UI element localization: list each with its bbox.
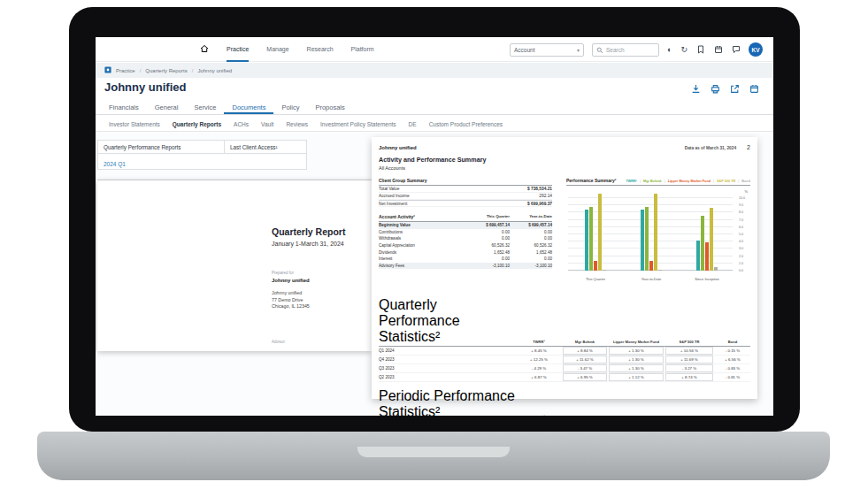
- row-label: Q2 2023: [379, 375, 515, 379]
- subtab-reviews[interactable]: Reviews: [280, 121, 314, 127]
- legend-separator: |: [738, 180, 739, 183]
- stats-row-q4-2023: Q4 2023+ 12.25 %+ 11.62 %+ 1.30 %+ 11.69…: [379, 356, 750, 364]
- breadcrumb-item-quarterly-reports[interactable]: Quarterly Reports: [145, 68, 187, 73]
- column-this-quarter: This Quarter: [467, 214, 510, 219]
- column-header-reports: Quarterly Performance Reports: [98, 141, 225, 153]
- column-year-to-date: Year-to-Date: [510, 214, 552, 219]
- account-activity-row: Withdrawals0.000.00: [379, 235, 552, 242]
- data-as-of: Data as of March 31, 2024: [685, 146, 736, 150]
- search-input[interactable]: [606, 47, 657, 53]
- stats-column-lipper-money-market-fund: Lipper Money Market Fund: [609, 340, 664, 345]
- row-label: Contributions: [379, 230, 467, 234]
- stat-value: + 8.84 %: [563, 347, 607, 355]
- stat-value: + 1.30 %: [609, 364, 664, 372]
- legend-s-p-500-tr: S&P 500 TR: [717, 180, 735, 183]
- contrast-icon[interactable]: ◐: [667, 46, 672, 54]
- stats-column-s-p-500-tr: S&P 500 TR: [665, 340, 713, 345]
- report-client-name: Johnny unified: [379, 145, 685, 150]
- stats-row-q3-2023: Q3 2023- 4.29 %- 3.47 %+ 1.30 %- 3.27 %-…: [379, 364, 750, 373]
- brand-icon: [104, 66, 111, 74]
- value-year-to-date: 1,652.48: [510, 250, 552, 255]
- account-activity-row: Contributions0.000.00: [379, 229, 552, 236]
- chart-legend: TWRR¹|Mgr Bchmk|Lipper Money Market Fund…: [619, 180, 750, 183]
- account-dropdown[interactable]: Account ▾: [510, 43, 584, 57]
- bar-group-this-quarter: [585, 194, 606, 271]
- subtab-de[interactable]: DE: [403, 121, 423, 127]
- bar-twrr: [696, 241, 700, 271]
- quarterly-stats-body: Q1 2024+ 8.45 %+ 8.84 %+ 1.30 %+ 10.56 %…: [379, 347, 750, 382]
- stat-value: + 6.87 %: [517, 374, 561, 380]
- print-icon[interactable]: [711, 84, 720, 94]
- account-activity-row: Dividends1,652.481,652.48: [379, 249, 552, 256]
- subtab-investment-policy-statements[interactable]: Investment Policy Statements: [314, 121, 403, 127]
- page: { "topnav": { "items": ["Practice", "Man…: [0, 0, 868, 482]
- bar-s-p-500-tr: [710, 208, 713, 271]
- stat-value: - 3.47 %: [563, 364, 607, 372]
- tab-proposals[interactable]: Proposals: [307, 100, 352, 114]
- value-this-quarter: $ 699,457.14: [467, 223, 510, 227]
- row-label: Q4 2023: [379, 357, 515, 362]
- chat-icon[interactable]: [732, 42, 741, 57]
- tab-policy[interactable]: Policy: [273, 100, 307, 114]
- page-number: 2: [747, 144, 750, 150]
- client-group-summary-title: Client Group Summary: [379, 178, 552, 186]
- nav-item-manage[interactable]: Manage: [266, 37, 288, 62]
- search-box[interactable]: [592, 43, 659, 57]
- stat-value: + 1.12 %: [609, 373, 664, 381]
- bar-lipper-money-market-fund: [649, 261, 653, 271]
- chart-y-axis: 0.01.02.03.04.05.06.07.08.09.010.0: [734, 193, 750, 271]
- table-body: 2024 Q1: [98, 154, 306, 169]
- y-tick-label: 8.0: [739, 210, 743, 214]
- chart-plot-area: [568, 193, 733, 271]
- value-this-quarter: 0.00: [467, 230, 510, 234]
- subtab-achs[interactable]: ACHs: [227, 121, 255, 127]
- subtab-custom-product-preferences[interactable]: Custom Product Preferences: [423, 121, 509, 127]
- report-cell: 2024 Q1: [98, 154, 225, 170]
- report-cover-page: Quarterly Report January 1-March 31, 202…: [97, 180, 372, 351]
- summary-report-page: Johnny unified Data as of March 31, 2024…: [372, 137, 757, 399]
- subtab-investor-statements[interactable]: Investor Statements: [103, 121, 166, 127]
- value-this-quarter: 60,526.32: [467, 243, 510, 248]
- stats-column-mgr-bchmk: Mgr Bchmk: [563, 340, 607, 345]
- calendar-icon[interactable]: [714, 42, 723, 57]
- nav-item-platform[interactable]: Platform: [351, 37, 374, 62]
- bar-s-p-500-tr: [654, 194, 657, 271]
- quarterly-reports-table: Quarterly Performance Reports Last Clien…: [97, 140, 307, 170]
- row-label: Advisory Fees: [379, 264, 467, 268]
- export-icon[interactable]: [730, 84, 740, 94]
- subtab-quarterly-reports[interactable]: Quarterly Reports: [166, 121, 227, 127]
- refresh-icon[interactable]: ↻: [680, 46, 687, 54]
- stat-value: + 8.74 %: [665, 373, 713, 381]
- row-label: Withdrawals: [379, 236, 467, 241]
- nav-item-research[interactable]: Research: [307, 37, 334, 62]
- y-tick-label: 5.0: [739, 233, 743, 236]
- tab-documents[interactable]: Documents: [224, 100, 273, 114]
- tab-general[interactable]: General: [147, 100, 187, 114]
- bar-twrr: [585, 210, 588, 271]
- row-value: $ 738,534.21: [527, 187, 552, 191]
- subtab-vault[interactable]: Vault: [255, 121, 280, 127]
- report-link-2024-q1[interactable]: 2024 Q1: [104, 161, 126, 167]
- legend-lipper-money-market-fund: Lipper Money Market Fund: [668, 180, 711, 183]
- cover-date-range: January 1-March 31, 2024: [272, 241, 344, 247]
- breadcrumb-item-practice[interactable]: Practice: [116, 68, 135, 73]
- tab-financials[interactable]: Financials: [101, 100, 147, 114]
- address-line: 77 Demo Drive: [272, 297, 310, 304]
- table-header-row: Quarterly Performance Reports Last Clien…: [98, 141, 306, 154]
- secondary-tabs: Investor StatementsQuarterly ReportsACHs…: [96, 118, 773, 132]
- report-columns: Client Group Summary Total Value$ 738,53…: [379, 178, 750, 291]
- schedule-icon[interactable]: [749, 84, 759, 94]
- value-year-to-date: $ 699,457.14: [510, 223, 552, 227]
- y-tick-label: 6.0: [739, 226, 743, 229]
- y-tick-label: 9.0: [739, 203, 743, 207]
- home-icon[interactable]: [200, 44, 209, 55]
- bar-mgr-bchmk: [701, 216, 704, 271]
- page-title: Johnny unified: [104, 80, 186, 94]
- nav-item-practice[interactable]: Practice: [227, 37, 249, 62]
- avatar[interactable]: KV: [749, 42, 763, 57]
- tab-service[interactable]: Service: [186, 100, 224, 114]
- download-icon[interactable]: [691, 84, 701, 94]
- nav-menu: PracticeManageResearchPlatform: [200, 37, 374, 62]
- bookmark-icon[interactable]: [696, 42, 705, 57]
- bar-mgr-bchmk: [645, 207, 649, 271]
